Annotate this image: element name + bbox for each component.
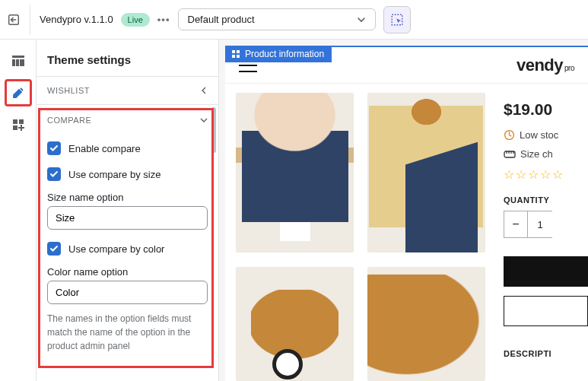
ruler-icon (504, 150, 516, 159)
svg-rect-9 (232, 50, 235, 53)
svg-rect-11 (232, 55, 235, 58)
size-option-label: Size name option (47, 187, 208, 206)
chevron-down-icon (200, 116, 208, 124)
svg-rect-10 (237, 50, 240, 53)
product-info: $19.00 Low stoc Size ch ☆☆☆☆☆ QUANTITY −… (491, 84, 588, 381)
size-option-input[interactable] (47, 206, 208, 230)
preview-area: Product information vendypro $19.00 Low … (219, 40, 588, 381)
low-stock-row: Low stoc (504, 129, 588, 141)
checkbox-checked-icon (47, 167, 61, 181)
quantity-stepper: − 1 (504, 211, 588, 238)
chevron-down-icon (357, 15, 366, 24)
store-logo: vendypro (516, 56, 574, 75)
exit-button[interactable] (0, 5, 30, 35)
product-gallery (225, 84, 491, 381)
enable-compare-checkbox[interactable]: Enable compare (47, 135, 208, 161)
qty-value: 1 (528, 211, 552, 238)
section-tag[interactable]: Product information (225, 46, 332, 62)
product-price: $19.00 (504, 100, 588, 119)
dropdown-value: Default product (188, 14, 255, 25)
color-option-input[interactable] (47, 281, 208, 304)
left-rail (0, 40, 37, 381)
settings-sidebar: Theme settings WISHLIST COMPARE Enable c… (37, 40, 219, 381)
product-image[interactable] (236, 93, 354, 252)
svg-rect-8 (13, 125, 17, 130)
sidebar-heading: Theme settings (37, 40, 218, 77)
svg-rect-3 (12, 59, 15, 66)
svg-rect-6 (13, 119, 17, 124)
svg-rect-4 (16, 59, 19, 66)
compare-help-text: The names in the option fields must matc… (47, 304, 208, 360)
svg-rect-5 (20, 59, 24, 66)
topbar: Vendypro v.1.1.0 Live ••• Default produc… (0, 0, 588, 40)
preview-frame: vendypro $19.00 Low stoc Size ch (225, 46, 588, 381)
secondary-button[interactable] (504, 296, 588, 326)
section-wishlist[interactable]: WISHLIST (37, 77, 218, 105)
sections-tab[interactable] (5, 47, 32, 75)
clock-icon (504, 129, 515, 141)
color-option-label: Color name option (47, 262, 208, 281)
inspector-toggle[interactable] (383, 6, 411, 33)
chevron-left-icon (200, 87, 208, 94)
more-menu[interactable]: ••• (157, 14, 170, 25)
svg-rect-2 (12, 56, 24, 58)
theme-title: Vendypro v.1.1.0 (40, 14, 113, 25)
product-image[interactable] (236, 267, 354, 381)
rating-stars[interactable]: ☆☆☆☆☆ (504, 167, 588, 182)
checkbox-checked-icon (47, 242, 61, 256)
svg-rect-7 (19, 119, 24, 124)
checkbox-checked-icon (47, 141, 61, 155)
qty-minus[interactable]: − (504, 211, 528, 238)
add-to-cart-button[interactable] (504, 256, 588, 287)
compare-header[interactable]: COMPARE (37, 105, 218, 132)
description-label: DESCRIPTI (504, 349, 588, 358)
product-image[interactable] (367, 93, 485, 252)
quantity-label: QUANTITY (504, 195, 588, 205)
compare-by-color-checkbox[interactable]: Use compare by color (47, 236, 208, 262)
svg-rect-12 (237, 55, 240, 58)
product-image[interactable] (367, 267, 485, 381)
status-badge: Live (121, 13, 150, 27)
theme-settings-tab[interactable] (5, 79, 32, 106)
section-icon (231, 49, 240, 59)
apps-tab[interactable] (5, 111, 32, 138)
section-compare: COMPARE Enable compare Use compare by si… (37, 105, 218, 371)
product-dropdown[interactable]: Default product (178, 8, 376, 30)
section-icons[interactable]: ICONS (37, 371, 218, 381)
compare-by-size-checkbox[interactable]: Use compare by size (47, 161, 208, 187)
size-chart-row[interactable]: Size ch (504, 148, 588, 160)
